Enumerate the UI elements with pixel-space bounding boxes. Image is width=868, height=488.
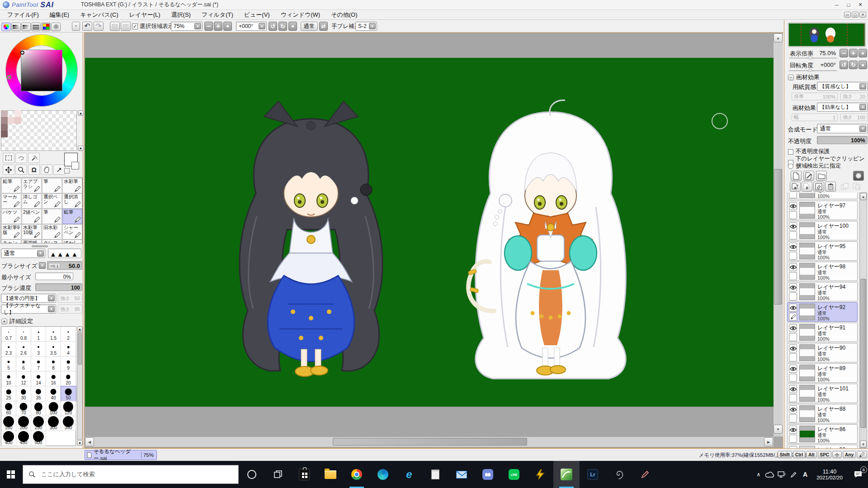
size-grid-scroll-up[interactable]: ▲ bbox=[77, 326, 83, 332]
zoom-reset-button[interactable]: ■ bbox=[223, 22, 232, 31]
brush-size-350[interactable]: 350 bbox=[61, 416, 76, 431]
nav-zoom-out-button[interactable]: − bbox=[840, 49, 848, 57]
rotation-combo[interactable]: +000°▼ bbox=[236, 22, 267, 31]
tool-cell-筆[interactable]: 筆 bbox=[42, 209, 62, 224]
layer-row-レイヤー100[interactable]: レイヤー100通常100% bbox=[787, 221, 858, 240]
scratch-scroll-up[interactable]: ▲ bbox=[78, 110, 84, 116]
layer-extra-checkbox[interactable] bbox=[789, 252, 797, 260]
tool-cell-鉛筆[interactable]: 鉛筆 bbox=[62, 209, 82, 224]
brush-size-0.8[interactable]: 0.8 bbox=[16, 327, 31, 342]
brush-size-40[interactable]: 40 bbox=[46, 386, 61, 401]
taskbar-app-sai[interactable] bbox=[553, 461, 580, 488]
taskbar-app-chrome[interactable] bbox=[344, 461, 370, 488]
layer-scroll-down-icon[interactable]: ▼ bbox=[860, 441, 867, 448]
document-tab[interactable]: そるるなヘッダー.sai 75% bbox=[85, 450, 157, 460]
sv-marker[interactable] bbox=[20, 51, 24, 55]
zoom-combo[interactable]: 75%▼ bbox=[171, 22, 203, 31]
layer-extra-checkbox[interactable] bbox=[789, 292, 797, 300]
brush-size-16[interactable]: 16 bbox=[46, 371, 61, 386]
paper-texture-combo[interactable]: 【質感なし】▼ bbox=[817, 82, 868, 91]
tool-cell-キャンバス[interactable]: キャンバス bbox=[1, 239, 21, 244]
tool-cell-2値ペン[interactable]: 2値ペン bbox=[22, 209, 42, 224]
layer-visibility-toggle[interactable] bbox=[789, 263, 797, 271]
zoom-in-button[interactable]: + bbox=[214, 22, 222, 31]
selection-source-radio[interactable]: 領域検出元に指定 bbox=[788, 162, 841, 170]
min-size-slider[interactable]: 0% bbox=[35, 272, 73, 280]
layer-extra-checkbox[interactable] bbox=[789, 192, 797, 198]
copy-layer-down-button[interactable]: + bbox=[790, 182, 801, 192]
brush-size-10[interactable]: 10 bbox=[1, 371, 16, 386]
menu-item-2[interactable]: キャンバス(C) bbox=[75, 10, 124, 20]
layer-blend-combo[interactable]: 通常▼ bbox=[817, 124, 868, 133]
scratchpad-mode-button[interactable] bbox=[51, 23, 61, 31]
taskbar-app-pen-app[interactable] bbox=[632, 461, 658, 488]
scratch-pad[interactable] bbox=[1, 110, 77, 151]
color-wheel-mode-button[interactable] bbox=[1, 23, 11, 31]
layer-visibility-toggle[interactable] bbox=[789, 426, 797, 434]
layer-row-レイヤー86[interactable]: レイヤー86通常100% bbox=[787, 424, 858, 444]
layer-mask-button[interactable] bbox=[853, 171, 864, 181]
taskbar-app-spiral[interactable] bbox=[606, 461, 632, 488]
background-color-swatch[interactable] bbox=[71, 162, 79, 169]
chevron-down-icon[interactable]: ▼ bbox=[194, 23, 201, 29]
brush-size-9[interactable]: 9 bbox=[61, 357, 76, 371]
rotate-view-tool-button[interactable]: Ω bbox=[28, 164, 40, 175]
hand-tool-button[interactable] bbox=[41, 164, 52, 175]
task-view-button[interactable] bbox=[265, 461, 291, 488]
brush-size-100[interactable]: 100 bbox=[46, 401, 61, 416]
brush-size-2.3[interactable]: 2.3 bbox=[1, 342, 16, 357]
brush-size-35[interactable]: 35 bbox=[31, 386, 46, 401]
chevron-down-icon[interactable]: ▼ bbox=[48, 295, 55, 301]
brush-size-200[interactable]: 200 bbox=[16, 416, 31, 431]
brush-size-70[interactable]: 70 bbox=[16, 401, 31, 416]
start-button[interactable] bbox=[0, 461, 22, 488]
deselect-button[interactable]: ▨ bbox=[110, 22, 120, 31]
layer-row-レイヤー92[interactable]: レイヤー92通常100% bbox=[787, 302, 858, 322]
layer-extra-checkbox[interactable] bbox=[789, 333, 797, 341]
rotate-cw-button[interactable]: ↻ bbox=[278, 22, 287, 31]
marquee-tool-button[interactable] bbox=[3, 153, 14, 163]
hidden-icons-chevron[interactable]: ∧ bbox=[753, 471, 764, 478]
nav-rotate-reset-button[interactable]: ■ bbox=[859, 61, 867, 69]
navigator[interactable] bbox=[788, 23, 866, 47]
tool-cell-消しゴム[interactable]: 消しゴム bbox=[22, 193, 42, 209]
scratch-swatch-4[interactable] bbox=[14, 117, 21, 124]
nav-rotate-ccw-button[interactable]: ↺ bbox=[840, 61, 848, 69]
brush-size-60[interactable]: 60 bbox=[1, 401, 16, 416]
chevron-down-icon[interactable]: ▼ bbox=[48, 306, 55, 312]
advanced-settings-toggle[interactable]: + 詳細設定 bbox=[1, 317, 33, 325]
layer-extra-checkbox[interactable] bbox=[789, 211, 797, 219]
brush-size-1.5[interactable]: 1.5 bbox=[46, 327, 61, 342]
taskbar-app-mail[interactable] bbox=[448, 461, 475, 488]
brush-density-slider[interactable]: 100 bbox=[35, 283, 82, 291]
chevron-down-icon[interactable]: ▼ bbox=[859, 83, 866, 89]
crop-selection-button[interactable]: ▥ bbox=[121, 22, 131, 31]
brush-size-0.7[interactable]: 0.7 bbox=[1, 327, 16, 342]
ime-mode-indicator[interactable]: A bbox=[799, 471, 811, 478]
layer-visibility-toggle[interactable] bbox=[789, 385, 797, 393]
layer-row-レイヤー101[interactable]: レイヤー101通常100% bbox=[787, 384, 858, 403]
flip-horizontal-button[interactable]: ⇄ bbox=[319, 22, 328, 31]
tool-cell-筆[interactable]: 筆 bbox=[42, 178, 62, 193]
layer-row-レイヤー36[interactable]: レイヤー36通常7% bbox=[787, 445, 858, 448]
layer-extra-checkbox[interactable] bbox=[789, 435, 797, 443]
scratch-swatch-2[interactable] bbox=[1, 117, 8, 124]
material-section-header[interactable]: − 画材効果 bbox=[788, 73, 820, 81]
taskbar-app-store[interactable] bbox=[291, 461, 317, 488]
hue-marker[interactable] bbox=[7, 75, 11, 80]
brush-size-unit-dropdown[interactable]: ▼ bbox=[39, 262, 46, 269]
scale-slider-marker[interactable] bbox=[808, 56, 812, 59]
scroll-down-icon[interactable]: ▼ bbox=[774, 425, 783, 434]
delete-layer-button[interactable] bbox=[825, 182, 836, 192]
move-tool-button[interactable] bbox=[3, 164, 14, 175]
layer-visibility-toggle[interactable] bbox=[789, 202, 797, 210]
tool-cell-ぼかし[interactable]: ぼかし bbox=[62, 239, 82, 244]
layer-visibility-toggle[interactable] bbox=[789, 283, 797, 291]
brush-size-400[interactable]: 400 bbox=[1, 431, 16, 446]
new-folder-button[interactable] bbox=[816, 171, 827, 181]
layer-scroll-up-icon[interactable]: ▲ bbox=[860, 193, 867, 200]
child-restore-button[interactable]: ▢ bbox=[852, 12, 859, 18]
layer-extra-checkbox[interactable] bbox=[789, 394, 797, 402]
brush-size-slider[interactable]: ×0.1 50.0 bbox=[47, 261, 82, 270]
layer-scroll-thumb[interactable] bbox=[860, 279, 866, 428]
